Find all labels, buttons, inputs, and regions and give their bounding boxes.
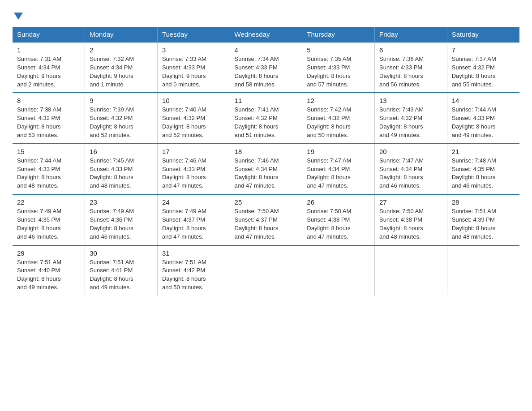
day-info: Sunrise: 7:51 AMSunset: 4:40 PMDaylight:… xyxy=(17,258,80,292)
calendar-day-cell xyxy=(447,245,519,295)
day-number: 6 xyxy=(379,46,442,54)
calendar-day-cell: 6 Sunrise: 7:36 AMSunset: 4:33 PMDayligh… xyxy=(375,42,447,93)
calendar-day-cell: 9 Sunrise: 7:39 AMSunset: 4:32 PMDayligh… xyxy=(85,93,158,143)
calendar-day-cell: 27 Sunrise: 7:50 AMSunset: 4:38 PMDaylig… xyxy=(375,194,447,245)
calendar-day-cell: 4 Sunrise: 7:34 AMSunset: 4:33 PMDayligh… xyxy=(230,42,302,93)
day-info: Sunrise: 7:42 AMSunset: 4:32 PMDaylight:… xyxy=(307,106,370,139)
day-number: 23 xyxy=(90,198,153,206)
calendar-day-cell: 2 Sunrise: 7:32 AMSunset: 4:34 PMDayligh… xyxy=(85,42,158,93)
day-of-week-header: Sunday xyxy=(13,27,85,42)
calendar-day-cell: 19 Sunrise: 7:47 AMSunset: 4:34 PMDaylig… xyxy=(302,144,375,194)
day-number: 20 xyxy=(379,148,442,155)
calendar-day-cell: 1 Sunrise: 7:31 AMSunset: 4:34 PMDayligh… xyxy=(13,42,85,93)
calendar-day-cell: 22 Sunrise: 7:49 AMSunset: 4:35 PMDaylig… xyxy=(13,194,85,245)
calendar-day-cell: 23 Sunrise: 7:49 AMSunset: 4:36 PMDaylig… xyxy=(85,194,158,245)
day-number: 28 xyxy=(452,198,515,206)
day-info: Sunrise: 7:31 AMSunset: 4:34 PMDaylight:… xyxy=(17,55,80,89)
day-info: Sunrise: 7:51 AMSunset: 4:41 PMDaylight:… xyxy=(90,258,153,292)
calendar-week-row: 8 Sunrise: 7:38 AMSunset: 4:32 PMDayligh… xyxy=(13,93,519,143)
calendar-day-cell xyxy=(375,245,447,295)
day-info: Sunrise: 7:39 AMSunset: 4:32 PMDaylight:… xyxy=(90,106,153,139)
day-info: Sunrise: 7:51 AMSunset: 4:42 PMDaylight:… xyxy=(162,258,225,292)
day-number: 8 xyxy=(17,97,80,104)
day-number: 9 xyxy=(90,97,153,104)
calendar-day-cell: 7 Sunrise: 7:37 AMSunset: 4:32 PMDayligh… xyxy=(447,42,519,93)
day-info: Sunrise: 7:41 AMSunset: 4:32 PMDaylight:… xyxy=(235,106,298,139)
calendar-day-cell: 10 Sunrise: 7:40 AMSunset: 4:32 PMDaylig… xyxy=(157,93,230,143)
day-number: 2 xyxy=(90,46,153,54)
day-info: Sunrise: 7:40 AMSunset: 4:32 PMDaylight:… xyxy=(162,106,225,139)
day-of-week-header: Monday xyxy=(85,27,158,42)
day-number: 1 xyxy=(17,46,80,54)
day-number: 4 xyxy=(235,46,298,54)
calendar-day-cell: 17 Sunrise: 7:46 AMSunset: 4:33 PMDaylig… xyxy=(157,144,230,194)
day-info: Sunrise: 7:46 AMSunset: 4:34 PMDaylight:… xyxy=(235,157,298,190)
calendar-week-row: 1 Sunrise: 7:31 AMSunset: 4:34 PMDayligh… xyxy=(13,42,519,93)
calendar-day-cell xyxy=(230,245,302,295)
calendar-day-cell: 5 Sunrise: 7:35 AMSunset: 4:33 PMDayligh… xyxy=(302,42,375,93)
day-number: 24 xyxy=(162,198,225,206)
calendar-day-cell: 25 Sunrise: 7:50 AMSunset: 4:37 PMDaylig… xyxy=(230,194,302,245)
days-of-week-row: SundayMondayTuesdayWednesdayThursdayFrid… xyxy=(13,27,519,42)
calendar-day-cell: 15 Sunrise: 7:44 AMSunset: 4:33 PMDaylig… xyxy=(13,144,85,194)
page-header xyxy=(13,11,519,20)
calendar-day-cell: 8 Sunrise: 7:38 AMSunset: 4:32 PMDayligh… xyxy=(13,93,85,143)
day-number: 14 xyxy=(452,97,515,104)
day-of-week-header: Tuesday xyxy=(157,27,230,42)
day-number: 10 xyxy=(162,97,225,104)
day-number: 16 xyxy=(90,148,153,155)
day-number: 12 xyxy=(307,97,370,104)
day-number: 7 xyxy=(452,46,515,54)
day-info: Sunrise: 7:49 AMSunset: 4:36 PMDaylight:… xyxy=(90,207,153,241)
day-number: 3 xyxy=(162,46,225,54)
calendar-day-cell: 28 Sunrise: 7:51 AMSunset: 4:39 PMDaylig… xyxy=(447,194,519,245)
day-info: Sunrise: 7:45 AMSunset: 4:33 PMDaylight:… xyxy=(90,157,153,190)
day-number: 17 xyxy=(162,148,225,155)
day-number: 25 xyxy=(235,198,298,206)
day-info: Sunrise: 7:38 AMSunset: 4:32 PMDaylight:… xyxy=(17,106,80,139)
calendar-week-row: 15 Sunrise: 7:44 AMSunset: 4:33 PMDaylig… xyxy=(13,144,519,194)
calendar-day-cell: 26 Sunrise: 7:50 AMSunset: 4:38 PMDaylig… xyxy=(302,194,375,245)
day-number: 18 xyxy=(235,148,298,155)
calendar-week-row: 22 Sunrise: 7:49 AMSunset: 4:35 PMDaylig… xyxy=(13,194,519,245)
calendar-day-cell: 3 Sunrise: 7:33 AMSunset: 4:33 PMDayligh… xyxy=(157,42,230,93)
day-number: 13 xyxy=(379,97,442,104)
day-info: Sunrise: 7:47 AMSunset: 4:34 PMDaylight:… xyxy=(307,157,370,190)
calendar-table: SundayMondayTuesdayWednesdayThursdayFrid… xyxy=(13,27,519,295)
day-number: 27 xyxy=(379,198,442,206)
day-info: Sunrise: 7:46 AMSunset: 4:33 PMDaylight:… xyxy=(162,157,225,190)
logo-triangle-icon xyxy=(14,13,23,20)
calendar-day-cell: 13 Sunrise: 7:43 AMSunset: 4:32 PMDaylig… xyxy=(375,93,447,143)
calendar-day-cell: 14 Sunrise: 7:44 AMSunset: 4:33 PMDaylig… xyxy=(447,93,519,143)
day-info: Sunrise: 7:48 AMSunset: 4:35 PMDaylight:… xyxy=(452,157,515,190)
day-info: Sunrise: 7:50 AMSunset: 4:38 PMDaylight:… xyxy=(379,207,442,241)
calendar-day-cell: 21 Sunrise: 7:48 AMSunset: 4:35 PMDaylig… xyxy=(447,144,519,194)
calendar-day-cell: 24 Sunrise: 7:49 AMSunset: 4:37 PMDaylig… xyxy=(157,194,230,245)
calendar-day-cell: 12 Sunrise: 7:42 AMSunset: 4:32 PMDaylig… xyxy=(302,93,375,143)
day-number: 29 xyxy=(17,249,80,257)
day-of-week-header: Thursday xyxy=(302,27,375,42)
calendar-day-cell: 30 Sunrise: 7:51 AMSunset: 4:41 PMDaylig… xyxy=(85,245,158,295)
calendar-day-cell: 20 Sunrise: 7:47 AMSunset: 4:34 PMDaylig… xyxy=(375,144,447,194)
day-number: 11 xyxy=(235,97,298,104)
day-info: Sunrise: 7:34 AMSunset: 4:33 PMDaylight:… xyxy=(235,55,298,89)
day-info: Sunrise: 7:37 AMSunset: 4:32 PMDaylight:… xyxy=(452,55,515,89)
day-number: 15 xyxy=(17,148,80,155)
day-info: Sunrise: 7:49 AMSunset: 4:37 PMDaylight:… xyxy=(162,207,225,241)
day-info: Sunrise: 7:47 AMSunset: 4:34 PMDaylight:… xyxy=(379,157,442,190)
calendar-day-cell: 11 Sunrise: 7:41 AMSunset: 4:32 PMDaylig… xyxy=(230,93,302,143)
calendar-week-row: 29 Sunrise: 7:51 AMSunset: 4:40 PMDaylig… xyxy=(13,245,519,295)
day-number: 22 xyxy=(17,198,80,206)
day-number: 31 xyxy=(162,249,225,257)
day-info: Sunrise: 7:44 AMSunset: 4:33 PMDaylight:… xyxy=(17,157,80,190)
logo xyxy=(13,11,23,20)
calendar-day-cell: 31 Sunrise: 7:51 AMSunset: 4:42 PMDaylig… xyxy=(157,245,230,295)
day-number: 5 xyxy=(307,46,370,54)
day-info: Sunrise: 7:50 AMSunset: 4:38 PMDaylight:… xyxy=(307,207,370,241)
day-of-week-header: Saturday xyxy=(447,27,519,42)
day-info: Sunrise: 7:33 AMSunset: 4:33 PMDaylight:… xyxy=(162,55,225,89)
day-number: 21 xyxy=(452,148,515,155)
day-number: 19 xyxy=(307,148,370,155)
calendar-day-cell xyxy=(302,245,375,295)
day-info: Sunrise: 7:49 AMSunset: 4:35 PMDaylight:… xyxy=(17,207,80,241)
